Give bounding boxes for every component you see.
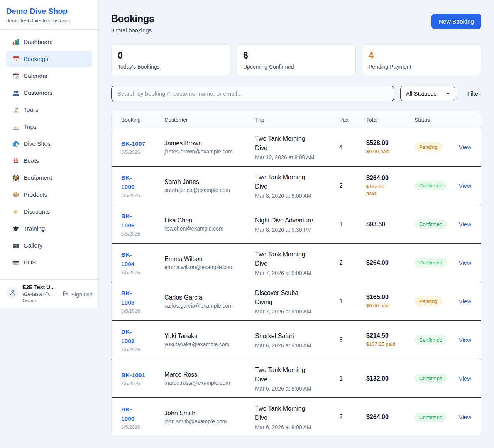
trip-cell: Two Tank Morning DiveMar 6, 2026 at 8:00… bbox=[255, 365, 339, 392]
sidebar-item-calendar[interactable]: Calendar bbox=[6, 67, 92, 84]
booking-cell: BK-10073/5/2026 bbox=[121, 139, 164, 155]
customer-email: lisa.chen@example.com bbox=[164, 226, 251, 232]
sidebar-item-discounts[interactable]: Discounts bbox=[6, 203, 92, 220]
view-link[interactable]: View bbox=[459, 182, 471, 189]
person-icon bbox=[9, 289, 16, 297]
sidebar-item-label: Discounts bbox=[24, 208, 50, 215]
status-badge: Confirmed bbox=[414, 413, 447, 422]
trip-name: Night Dive Adventure bbox=[255, 216, 335, 225]
view-link[interactable]: View bbox=[459, 337, 471, 343]
sidebar-item-trips[interactable]: Trips bbox=[6, 118, 92, 135]
view-link[interactable]: View bbox=[459, 298, 471, 305]
view-link[interactable]: View bbox=[459, 414, 471, 420]
column-header-total: Total bbox=[366, 117, 414, 123]
app-root: Demo Dive Shop demo.test.divestreams.com… bbox=[0, 0, 494, 437]
sidebar-item-label: Dive Sites bbox=[24, 140, 51, 147]
sidebar-item-dashboard[interactable]: Dashboard bbox=[6, 34, 92, 51]
status-cell: Confirmed bbox=[414, 335, 458, 345]
view-link[interactable]: View bbox=[459, 144, 471, 150]
people-icon bbox=[12, 89, 19, 96]
shop-domain: demo.test.divestreams.com bbox=[6, 18, 92, 24]
booking-cell: BK- 10063/5/2026 bbox=[121, 173, 164, 198]
dive-mask-icon bbox=[12, 174, 19, 181]
booking-link[interactable]: BK-1007 bbox=[121, 139, 145, 148]
trip-name: Two Tank Morning Dive bbox=[255, 365, 335, 384]
island-icon bbox=[12, 106, 19, 113]
trip-datetime: Mar 6, 2026 at 8:00 AM bbox=[255, 424, 335, 430]
trip-name: Two Tank Morning Dive bbox=[255, 404, 335, 423]
sign-out-button[interactable]: Sign Out bbox=[63, 291, 92, 298]
sidebar-item-dive-sites[interactable]: Dive Sites bbox=[6, 135, 92, 152]
total-amount: $165.00 bbox=[366, 294, 411, 301]
status-filter-value: All Statuses bbox=[406, 90, 436, 97]
status-badge: Pending bbox=[414, 296, 442, 306]
total-cell: $264.00 bbox=[366, 259, 414, 266]
sidebar-item-equipment[interactable]: Equipment bbox=[6, 169, 92, 186]
paid-amount: $107.25 paid bbox=[366, 341, 411, 348]
sidebar-item-products[interactable]: Products bbox=[6, 186, 92, 203]
sidebar-nav: Dashboard17BookingsCalendarCustomersTour… bbox=[0, 30, 98, 279]
total-amount: $264.00 bbox=[366, 175, 411, 182]
total-amount: $264.00 bbox=[366, 414, 411, 421]
booking-link[interactable]: BK- 1005 bbox=[121, 212, 134, 230]
booking-cell: BK- 10043/5/2026 bbox=[121, 250, 164, 275]
customer-cell: John Smithjohn.smith@example.com bbox=[164, 410, 255, 424]
stat-card-upcoming-confirmed: 6Upcoming Confirmed bbox=[237, 44, 356, 76]
sidebar-item-label: Training bbox=[24, 225, 45, 232]
booking-link[interactable]: BK- 1002 bbox=[121, 327, 134, 346]
sidebar-item-gallery[interactable]: Gallery bbox=[6, 237, 92, 254]
customer-email: sarah.jones@example.com bbox=[164, 187, 251, 193]
booking-link[interactable]: BK- 1003 bbox=[121, 289, 134, 307]
table-body: BK-10073/5/2026James Brownjames.brown@ex… bbox=[112, 128, 481, 436]
status-badge: Confirmed bbox=[414, 219, 447, 229]
sidebar-item-tours[interactable]: Tours bbox=[6, 101, 92, 118]
column-header-customer: Customer bbox=[164, 117, 255, 123]
booking-link[interactable]: BK- 1000 bbox=[121, 405, 134, 423]
trip-name: Discover Scuba Diving bbox=[255, 288, 335, 307]
sidebar-item-bookings[interactable]: 17Bookings bbox=[6, 51, 92, 67]
booking-link[interactable]: BK-1001 bbox=[121, 371, 145, 380]
trip-cell: Discover Scuba DivingMar 7, 2026 at 9:00… bbox=[255, 288, 339, 315]
booking-link[interactable]: BK- 1006 bbox=[121, 173, 134, 192]
booking-date: 3/5/2026 bbox=[121, 270, 161, 275]
wave-icon bbox=[12, 140, 19, 147]
view-link[interactable]: View bbox=[459, 221, 471, 227]
customer-email: emma.wilson@example.com bbox=[164, 264, 251, 270]
page-header: Bookings 8 total bookings New Booking bbox=[111, 13, 481, 34]
sidebar-item-training[interactable]: Training bbox=[6, 220, 92, 237]
filter-row: All Statuses Filter bbox=[111, 86, 481, 101]
booking-row-BK-1005: BK- 10053/5/2026Lisa Chenlisa.chen@examp… bbox=[112, 205, 481, 244]
trip-datetime: Mar 6, 2026 at 9:00 AM bbox=[255, 342, 335, 349]
booking-row-BK-1007: BK-10073/5/2026James Brownjames.brown@ex… bbox=[112, 128, 481, 167]
status-filter-select[interactable]: All Statuses bbox=[400, 86, 455, 101]
pax-cell: 1 bbox=[339, 221, 366, 228]
bookings-count: 8 total bookings bbox=[111, 27, 154, 34]
trip-cell: Two Tank Morning DiveMar 7, 2026 at 8:00… bbox=[255, 250, 339, 276]
sidebar-item-boats[interactable]: Boats bbox=[6, 152, 92, 169]
pax-cell: 2 bbox=[339, 259, 366, 266]
sidebar-item-pos[interactable]: POS bbox=[6, 254, 92, 271]
user-role: Owner bbox=[22, 298, 59, 303]
sidebar-item-label: Trips bbox=[24, 123, 37, 130]
stats-row: 0Today's Bookings6Upcoming Confirmed4Pen… bbox=[111, 44, 481, 76]
customer-email: yuki.tanaka@example.com bbox=[164, 341, 251, 347]
view-link[interactable]: View bbox=[459, 375, 471, 382]
stat-label: Pending Payment bbox=[369, 64, 475, 70]
filter-button[interactable]: Filter bbox=[467, 90, 480, 97]
view-link[interactable]: View bbox=[459, 259, 471, 266]
new-booking-button[interactable]: New Booking bbox=[431, 14, 481, 29]
search-input[interactable] bbox=[111, 86, 394, 101]
actions-cell: View bbox=[458, 375, 471, 382]
user-info: E2E Test U... e2e-tester@... Owner bbox=[22, 284, 59, 303]
sidebar-item-customers[interactable]: Customers bbox=[6, 84, 92, 101]
trip-name: Two Tank Morning Dive bbox=[255, 134, 335, 153]
trip-datetime: Mar 12, 2026 at 8:00 AM bbox=[255, 154, 335, 160]
customer-email: john.smith@example.com bbox=[164, 418, 251, 424]
sidebar-item-label: Equipment bbox=[24, 174, 52, 181]
trip-datetime: Mar 7, 2026 at 8:00 AM bbox=[255, 270, 335, 276]
customer-name: Yuki Tanaka bbox=[164, 333, 251, 340]
sidebar: Demo Dive Shop demo.test.divestreams.com… bbox=[0, 0, 99, 308]
booking-link[interactable]: BK- 1004 bbox=[121, 250, 134, 269]
booking-date: 3/5/2026 bbox=[121, 347, 161, 352]
actions-cell: View bbox=[458, 259, 471, 266]
